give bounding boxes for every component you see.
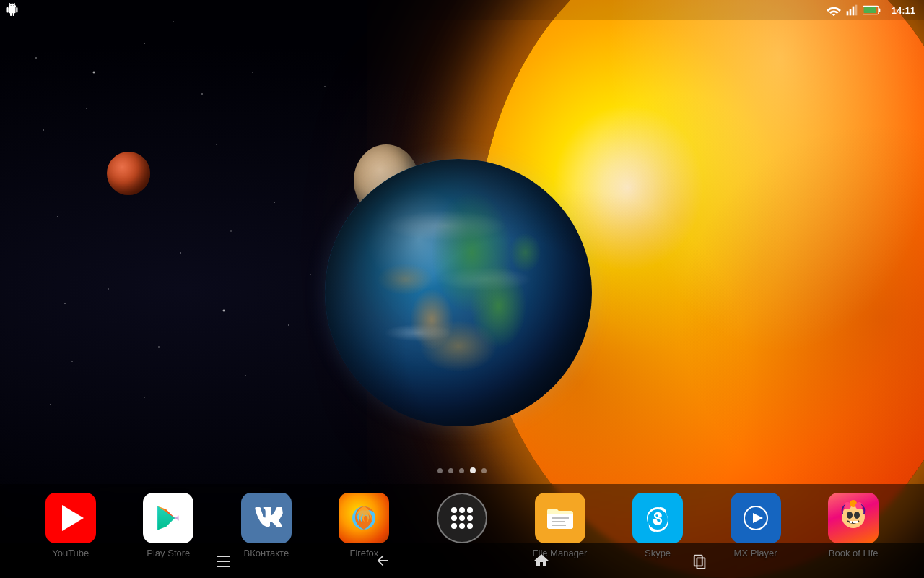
mxplayer-icon-bg <box>731 493 781 543</box>
svg-point-26 <box>847 512 853 519</box>
svg-rect-32 <box>697 558 705 569</box>
svg-point-15 <box>459 523 465 529</box>
page-dot-2[interactable] <box>448 468 453 473</box>
svg-point-13 <box>467 515 473 521</box>
svg-point-25 <box>855 502 863 509</box>
bookoflife-icon <box>832 496 875 540</box>
svg-rect-30 <box>855 521 858 523</box>
svg-point-10 <box>467 507 473 513</box>
appdrawer-icon-bg <box>437 493 487 543</box>
svg-rect-3 <box>855 5 857 16</box>
appdrawer-icon <box>448 504 476 532</box>
menu-button[interactable] <box>206 546 242 575</box>
firefox-icon-bg <box>339 493 389 543</box>
svg-point-16 <box>467 523 473 529</box>
skype-icon <box>642 502 674 534</box>
navigation-bar <box>0 543 924 578</box>
notification-area <box>6 3 19 19</box>
status-time: 14:11 <box>892 5 915 16</box>
filemanager-icon-bg <box>535 493 585 543</box>
battery-icon <box>863 4 881 16</box>
home-button[interactable] <box>523 546 559 575</box>
svg-marker-21 <box>753 513 763 523</box>
android-icon <box>6 3 19 16</box>
page-dot-1[interactable] <box>437 468 443 473</box>
skype-icon-bg <box>632 493 683 543</box>
svg-rect-1 <box>849 9 851 15</box>
svg-point-14 <box>451 523 457 529</box>
svg-rect-0 <box>846 11 848 15</box>
page-dot-3[interactable] <box>459 468 464 473</box>
bookoflife-icon-bg <box>828 493 879 543</box>
mxplayer-icon <box>740 502 772 534</box>
svg-point-9 <box>459 507 465 513</box>
svg-rect-29 <box>853 521 855 523</box>
wifi-icon <box>827 4 841 16</box>
vk-icon-bg <box>241 493 292 543</box>
signal-icon <box>845 4 858 16</box>
page-dot-5[interactable] <box>481 468 487 473</box>
playstore-icon-bg <box>143 493 193 543</box>
page-dot-4[interactable] <box>470 467 476 473</box>
playstore-icon <box>152 502 184 534</box>
vk-icon <box>250 507 283 529</box>
svg-point-8 <box>451 507 457 513</box>
youtube-icon-bg <box>45 493 96 543</box>
svg-point-12 <box>459 515 465 521</box>
mars-planet <box>107 152 150 195</box>
firefox-icon <box>348 502 380 534</box>
svg-rect-5 <box>879 9 880 12</box>
svg-rect-28 <box>850 521 852 523</box>
svg-point-11 <box>451 515 457 521</box>
filemanager-icon <box>544 502 576 534</box>
back-button[interactable] <box>365 546 401 575</box>
earth-planet <box>325 159 592 426</box>
status-bar: 14:11 <box>0 0 924 20</box>
youtube-play-triangle <box>62 505 84 531</box>
appdrawer-app[interactable] <box>426 493 498 548</box>
svg-rect-31 <box>694 556 702 566</box>
status-icons: 14:11 <box>827 4 915 16</box>
page-dots <box>437 467 487 473</box>
recents-button[interactable] <box>682 546 718 575</box>
svg-rect-2 <box>852 7 854 16</box>
svg-rect-6 <box>863 7 876 13</box>
svg-point-27 <box>854 512 860 519</box>
